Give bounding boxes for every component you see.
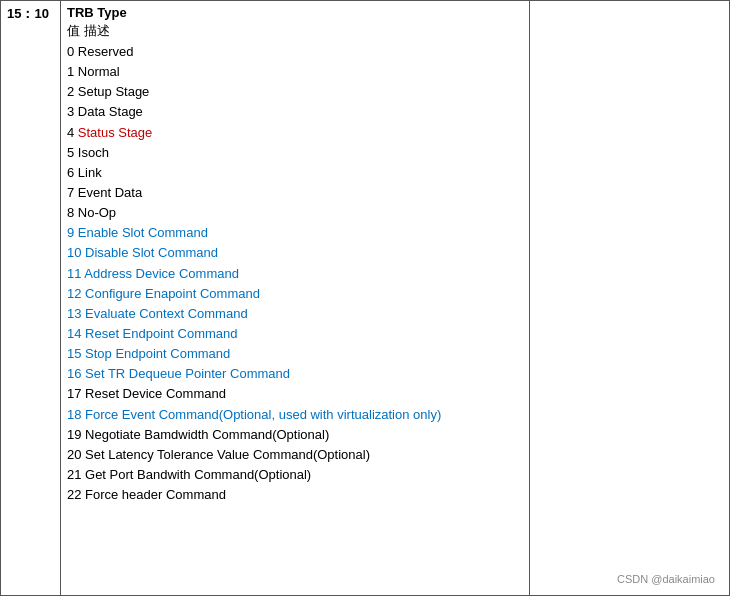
item-number: 15	[67, 346, 85, 361]
item-label: Normal	[78, 64, 120, 79]
item-label: Enable Slot Command	[78, 225, 208, 240]
list-item: 11 Address Device Command	[67, 264, 523, 284]
item-label: Reset Device Command	[85, 386, 226, 401]
item-number: 0	[67, 44, 78, 59]
item-label: No-Op	[78, 205, 116, 220]
item-label: Get Port Bandwith Command(Optional)	[85, 467, 311, 482]
item-number: 4	[67, 125, 78, 140]
list-item: 2 Setup Stage	[67, 82, 523, 102]
item-number: 7	[67, 185, 78, 200]
item-number: 12	[67, 286, 85, 301]
item-label: Address Device Command	[84, 266, 239, 281]
list-item: 10 Disable Slot Command	[67, 243, 523, 263]
list-item: 6 Link	[67, 163, 523, 183]
list-item: 20 Set Latency Tolerance Value Command(O…	[67, 445, 523, 465]
item-number: 10	[67, 245, 85, 260]
item-number: 11	[67, 266, 84, 281]
item-number: 17	[67, 386, 85, 401]
item-label: Disable Slot Command	[85, 245, 218, 260]
item-number: 16	[67, 366, 85, 381]
item-number: 5	[67, 145, 78, 160]
item-number: 21	[67, 467, 85, 482]
item-number: 1	[67, 64, 78, 79]
item-number: 8	[67, 205, 78, 220]
list-item: 14 Reset Endpoint Command	[67, 324, 523, 344]
item-number: 3	[67, 104, 78, 119]
extra-cell: CSDN @daikaimiao	[530, 1, 730, 596]
list-item: 0 Reserved	[67, 42, 523, 62]
list-item: 17 Reset Device Command	[67, 384, 523, 404]
field-title: TRB Type	[67, 5, 523, 20]
list-item: 18 Force Event Command(Optional, used wi…	[67, 405, 523, 425]
item-number: 6	[67, 165, 78, 180]
list-item: 16 Set TR Dequeue Pointer Command	[67, 364, 523, 384]
item-label: Isoch	[78, 145, 109, 160]
items-list: 0 Reserved1 Normal2 Setup Stage3 Data St…	[67, 42, 523, 505]
item-label: Configure Enapoint Command	[85, 286, 260, 301]
item-number: 2	[67, 84, 78, 99]
item-number: 9	[67, 225, 78, 240]
item-label: Setup Stage	[78, 84, 150, 99]
list-item: 22 Force header Command	[67, 485, 523, 505]
item-number: 19	[67, 427, 85, 442]
item-label: Stop Endpoint Command	[85, 346, 230, 361]
bits-label: 15：10	[7, 6, 49, 21]
item-number: 14	[67, 326, 85, 341]
item-label: Reset Endpoint Command	[85, 326, 237, 341]
list-item: 4 Status Stage	[67, 123, 523, 143]
main-cell: TRB Type 值 描述 0 Reserved1 Normal2 Setup …	[60, 1, 529, 596]
item-label: Reserved	[78, 44, 134, 59]
bits-cell: 15：10	[1, 1, 61, 596]
item-label: Status Stage	[78, 125, 152, 140]
item-label: Force Event Command(Optional, used with …	[85, 407, 441, 422]
item-number: 18	[67, 407, 85, 422]
item-number: 20	[67, 447, 85, 462]
item-label: Link	[78, 165, 102, 180]
sub-header: 值 描述	[67, 22, 523, 40]
item-label: Force header Command	[85, 487, 226, 502]
list-item: 1 Normal	[67, 62, 523, 82]
list-item: 21 Get Port Bandwith Command(Optional)	[67, 465, 523, 485]
list-item: 15 Stop Endpoint Command	[67, 344, 523, 364]
item-label: Evaluate Context Command	[85, 306, 248, 321]
list-item: 8 No-Op	[67, 203, 523, 223]
list-item: 3 Data Stage	[67, 102, 523, 122]
item-label: Data Stage	[78, 104, 143, 119]
item-label: Event Data	[78, 185, 142, 200]
item-label: Set TR Dequeue Pointer Command	[85, 366, 290, 381]
item-number: 13	[67, 306, 85, 321]
item-label: Set Latency Tolerance Value Command(Opti…	[85, 447, 370, 462]
list-item: 9 Enable Slot Command	[67, 223, 523, 243]
item-label: Negotiate Bamdwidth Command(Optional)	[85, 427, 329, 442]
list-item: 12 Configure Enapoint Command	[67, 284, 523, 304]
item-number: 22	[67, 487, 85, 502]
watermark: CSDN @daikaimiao	[617, 571, 719, 585]
list-item: 13 Evaluate Context Command	[67, 304, 523, 324]
list-item: 5 Isoch	[67, 143, 523, 163]
list-item: 7 Event Data	[67, 183, 523, 203]
list-item: 19 Negotiate Bamdwidth Command(Optional)	[67, 425, 523, 445]
